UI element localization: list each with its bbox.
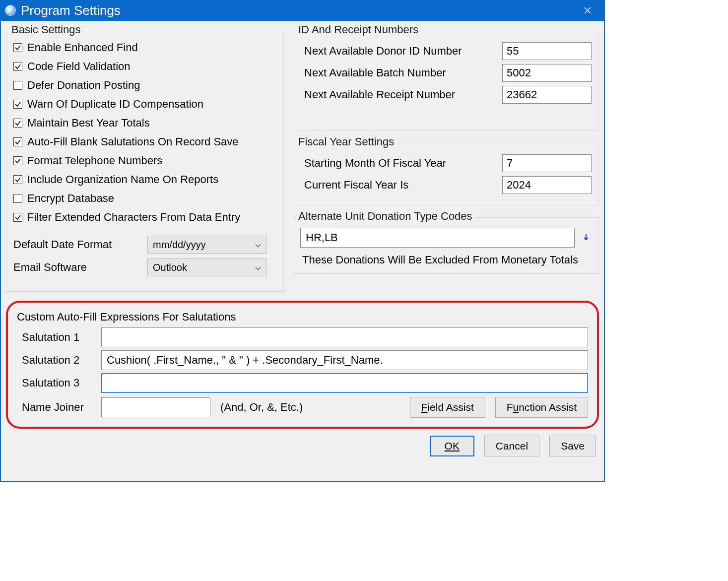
field-assist-button[interactable]: Field Assist	[410, 397, 485, 418]
altunit-title: Alternate Unit Donation Type Codes	[296, 210, 474, 223]
app-icon	[5, 5, 16, 16]
save-button[interactable]: Save	[549, 436, 596, 456]
checkbox-label: Include Organization Name On Reports	[27, 173, 218, 186]
checkbox-label: Auto-Fill Blank Salutations On Record Sa…	[27, 135, 239, 148]
receipt-num-input[interactable]	[502, 86, 592, 104]
checkbox-row: Filter Extended Characters From Data Ent…	[13, 211, 276, 224]
donor-id-label: Next Available Donor ID Number	[300, 45, 502, 58]
checkbox-row: Format Telephone Numbers	[13, 154, 276, 167]
settings-window: Program Settings Basic Settings Enable E…	[0, 0, 605, 482]
checkbox-label: Format Telephone Numbers	[27, 154, 162, 167]
checkbox-label: Code Field Validation	[27, 60, 131, 73]
checkbox[interactable]	[13, 213, 22, 222]
fiscal-year-label: Current Fiscal Year Is	[300, 179, 502, 192]
name-joiner-label: Name Joiner	[17, 401, 101, 414]
date-format-label: Default Date Format	[13, 238, 147, 251]
fiscal-year-title: Fiscal Year Settings	[296, 135, 396, 148]
fiscal-month-label: Starting Month Of Fiscal Year	[300, 157, 502, 170]
checkbox-label: Defer Donation Posting	[27, 79, 140, 92]
fiscal-year-input[interactable]	[502, 176, 592, 194]
checkbox-row: Encrypt Database	[13, 192, 276, 205]
date-format-select[interactable]: mm/dd/yyyy	[147, 236, 266, 254]
chevron-down-icon	[255, 239, 261, 251]
checkbox-label: Maintain Best Year Totals	[27, 117, 150, 129]
fiscal-month-input[interactable]	[502, 154, 592, 172]
salutation3-input[interactable]	[101, 373, 588, 393]
salutation2-label: Salutation 2	[17, 354, 101, 367]
checkbox[interactable]	[13, 81, 22, 90]
fiscal-year-group: Fiscal Year Settings Starting Month Of F…	[293, 143, 599, 205]
content-area: Basic Settings Enable Enhanced FindCode …	[1, 21, 604, 481]
batch-num-label: Next Available Batch Number	[300, 66, 502, 79]
close-icon	[584, 6, 592, 14]
salutation1-input[interactable]	[101, 327, 588, 347]
checkbox[interactable]	[13, 194, 22, 203]
chevron-down-icon	[255, 262, 261, 273]
dialog-buttons: OK Cancel Save	[6, 436, 596, 456]
checkbox-label: Filter Extended Characters From Data Ent…	[27, 211, 240, 224]
function-assist-button[interactable]: Function Assist	[495, 397, 588, 418]
salutation3-label: Salutation 3	[17, 377, 101, 389]
checkbox-label: Encrypt Database	[27, 192, 114, 205]
batch-num-input[interactable]	[502, 64, 592, 82]
salutation1-label: Salutation 1	[17, 331, 101, 344]
checkbox-row: Warn Of Duplicate ID Compensation	[13, 98, 276, 111]
salutation2-input[interactable]	[101, 350, 588, 370]
basic-settings-group: Basic Settings Enable Enhanced FindCode …	[6, 31, 284, 292]
name-joiner-input[interactable]	[101, 397, 210, 417]
checkbox[interactable]	[13, 100, 22, 109]
altunit-group: Alternate Unit Donation Type Codes These…	[293, 217, 599, 274]
checkbox-row: Enable Enhanced Find	[13, 41, 276, 54]
email-software-select[interactable]: Outlook	[147, 258, 266, 276]
date-format-value: mm/dd/yyyy	[153, 239, 206, 251]
checkbox-row: Auto-Fill Blank Salutations On Record Sa…	[13, 135, 276, 148]
id-numbers-group: ID And Receipt Numbers Next Available Do…	[293, 31, 599, 131]
ok-button[interactable]: OK	[430, 436, 474, 456]
receipt-num-label: Next Available Receipt Number	[300, 88, 502, 101]
donor-id-input[interactable]	[502, 42, 592, 60]
checkbox[interactable]	[13, 43, 22, 52]
checkbox[interactable]	[13, 137, 22, 146]
checkbox-row: Include Organization Name On Reports	[13, 173, 276, 186]
email-software-label: Email Software	[13, 261, 147, 274]
cancel-button[interactable]: Cancel	[484, 436, 539, 456]
checkbox[interactable]	[13, 156, 22, 165]
close-button[interactable]	[576, 0, 599, 21]
altunit-codes-input[interactable]	[300, 228, 575, 248]
id-numbers-title: ID And Receipt Numbers	[296, 23, 420, 36]
basic-settings-title: Basic Settings	[9, 23, 82, 36]
checkbox-row: Code Field Validation	[13, 60, 276, 73]
name-joiner-hint: (And, Or, &, Etc.)	[220, 401, 410, 414]
checkbox[interactable]	[13, 119, 22, 128]
checkbox-label: Warn Of Duplicate ID Compensation	[27, 98, 203, 111]
window-title: Program Settings	[21, 3, 576, 18]
checkbox-row: Maintain Best Year Totals	[13, 117, 276, 129]
checkbox[interactable]	[13, 62, 22, 71]
salutation-group-title: Custom Auto-Fill Expressions For Salutat…	[17, 311, 588, 323]
checkbox-label: Enable Enhanced Find	[27, 41, 138, 54]
altunit-note: These Donations Will Be Excluded From Mo…	[300, 254, 592, 266]
salutation-group: Custom Auto-Fill Expressions For Salutat…	[6, 301, 599, 429]
arrow-down-icon[interactable]	[581, 232, 592, 243]
checkbox[interactable]	[13, 175, 22, 184]
checkbox-row: Defer Donation Posting	[13, 79, 276, 92]
email-software-value: Outlook	[153, 262, 187, 273]
titlebar: Program Settings	[1, 0, 604, 21]
